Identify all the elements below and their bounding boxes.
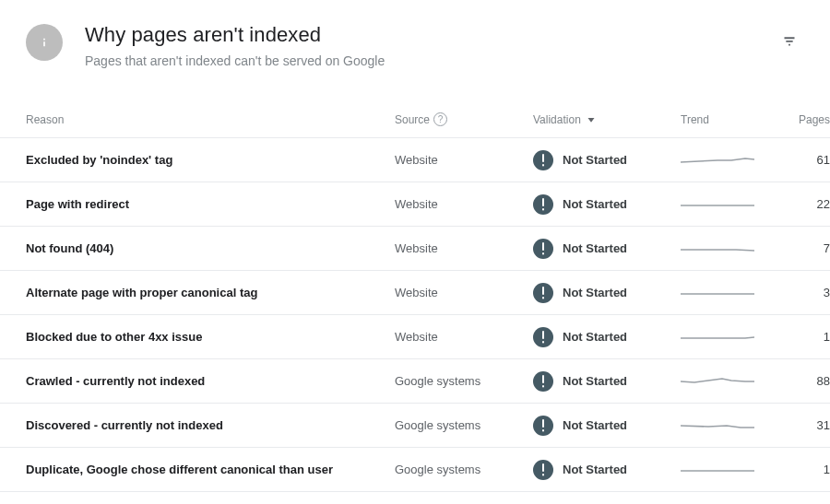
svg-rect-11 <box>542 385 544 388</box>
reason-cell: Not found (404) <box>26 241 395 255</box>
validation-cell: Not Started <box>533 283 681 303</box>
svg-rect-14 <box>542 463 544 472</box>
col-trend: Trend <box>681 113 782 126</box>
trend-cell <box>681 326 782 348</box>
validation-status: Not Started <box>563 153 627 167</box>
info-icon <box>26 24 63 61</box>
filter-icon <box>779 30 800 51</box>
svg-rect-8 <box>542 331 544 339</box>
trend-cell <box>681 282 782 304</box>
validation-cell: Not Started <box>533 460 681 480</box>
exclamation-icon <box>533 416 553 436</box>
svg-rect-0 <box>542 154 544 162</box>
pages-cell: 7 <box>782 241 830 255</box>
validation-cell: Not Started <box>533 150 681 170</box>
table-row[interactable]: Duplicate, Google chose different canoni… <box>0 448 830 492</box>
validation-status: Not Started <box>563 197 627 211</box>
pages-cell: 1 <box>782 463 830 476</box>
trend-cell <box>681 193 782 216</box>
reason-cell: Crawled - currently not indexed <box>26 374 395 388</box>
validation-status: Not Started <box>563 241 627 255</box>
table-row[interactable]: Crawled - currently not indexedGoogle sy… <box>0 359 830 404</box>
col-source[interactable]: Source ? <box>395 112 533 126</box>
sparkline-icon <box>681 149 754 171</box>
validation-status: Not Started <box>563 286 627 299</box>
table-row[interactable]: Not found (404)WebsiteNot Started7 <box>0 227 830 271</box>
source-cell: Google systems <box>395 374 533 388</box>
exclamation-icon <box>533 283 553 303</box>
exclamation-icon <box>533 239 553 259</box>
help-icon[interactable]: ? <box>433 112 447 126</box>
source-cell: Website <box>395 197 533 211</box>
svg-rect-4 <box>542 242 544 251</box>
validation-status: Not Started <box>563 418 627 432</box>
svg-rect-1 <box>542 164 544 167</box>
reason-cell: Alternate page with proper canonical tag <box>26 286 395 299</box>
sparkline-icon <box>681 282 754 304</box>
sparkline-icon <box>681 193 754 216</box>
table-header-row: Reason Source ? Validation Trend Pages <box>0 101 830 138</box>
svg-rect-15 <box>542 474 544 476</box>
pages-cell: 61 <box>782 153 830 167</box>
validation-status: Not Started <box>563 374 627 388</box>
header-titles: Why pages aren't indexed Pages that aren… <box>85 22 771 70</box>
trend-cell <box>681 415 782 437</box>
col-pages-label: Pages <box>799 113 830 126</box>
col-reason[interactable]: Reason <box>26 113 395 126</box>
card-header: Why pages aren't indexed Pages that aren… <box>0 22 830 70</box>
col-validation[interactable]: Validation <box>533 111 681 127</box>
sparkline-icon <box>681 326 754 348</box>
table-row[interactable]: Blocked due to other 4xx issueWebsiteNot… <box>0 315 830 359</box>
trend-cell <box>681 370 782 393</box>
source-cell: Google systems <box>395 463 533 476</box>
sparkline-icon <box>681 238 754 260</box>
col-trend-label: Trend <box>681 113 709 126</box>
table-row[interactable]: Excluded by 'noindex' tagWebsiteNot Star… <box>0 138 830 182</box>
source-cell: Google systems <box>395 418 533 432</box>
col-validation-label: Validation <box>533 113 581 126</box>
exclamation-icon <box>533 327 553 347</box>
exclamation-icon <box>533 150 553 170</box>
validation-cell: Not Started <box>533 194 681 215</box>
svg-rect-7 <box>542 297 544 299</box>
trend-cell <box>681 459 782 481</box>
svg-rect-5 <box>542 252 544 255</box>
sparkline-icon <box>681 459 754 481</box>
table-row[interactable]: Discovered - currently not indexedGoogle… <box>0 404 830 448</box>
svg-rect-9 <box>542 341 544 344</box>
svg-rect-6 <box>542 287 544 295</box>
validation-cell: Not Started <box>533 416 681 436</box>
pages-cell: 1 <box>782 330 830 344</box>
exclamation-icon <box>533 460 553 480</box>
reason-cell: Blocked due to other 4xx issue <box>26 330 395 344</box>
sort-descending-icon <box>585 111 598 127</box>
source-cell: Website <box>395 153 533 167</box>
svg-rect-10 <box>542 375 544 383</box>
validation-cell: Not Started <box>533 327 681 347</box>
reason-cell: Excluded by 'noindex' tag <box>26 153 395 167</box>
source-cell: Website <box>395 330 533 344</box>
trend-cell <box>681 149 782 171</box>
pages-cell: 22 <box>782 197 830 211</box>
validation-cell: Not Started <box>533 371 681 392</box>
reason-cell: Page with redirect <box>26 197 395 211</box>
col-reason-label: Reason <box>26 113 64 126</box>
pages-cell: 88 <box>782 374 830 388</box>
validation-cell: Not Started <box>533 239 681 259</box>
page-title: Why pages aren't indexed <box>85 22 771 48</box>
exclamation-icon <box>533 371 553 392</box>
svg-rect-13 <box>542 429 544 432</box>
filter-button[interactable] <box>771 22 808 59</box>
validation-status: Not Started <box>563 330 627 344</box>
table-row[interactable]: Alternate page with proper canonical tag… <box>0 271 830 315</box>
pages-cell: 3 <box>782 286 830 299</box>
page-subtitle: Pages that aren't indexed can't be serve… <box>85 52 771 70</box>
validation-status: Not Started <box>563 463 627 476</box>
pages-cell: 31 <box>782 418 830 432</box>
svg-rect-12 <box>542 419 544 428</box>
trend-cell <box>681 238 782 260</box>
sparkline-icon <box>681 370 754 393</box>
col-pages[interactable]: Pages <box>782 113 830 126</box>
table-row[interactable]: Page with redirectWebsiteNot Started22 <box>0 182 830 227</box>
exclamation-icon <box>533 194 553 215</box>
